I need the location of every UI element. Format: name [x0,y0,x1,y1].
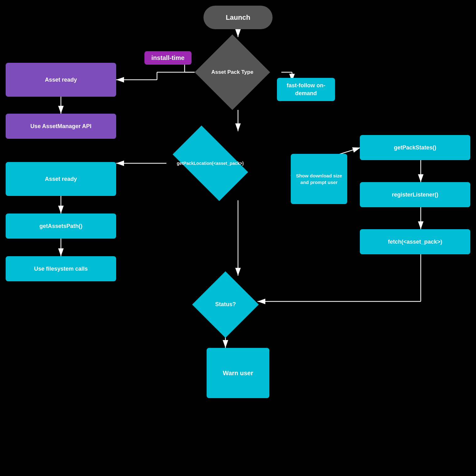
get-assets-path-node: getAssetsPath() [6,214,116,239]
status-diamond: Status? [194,273,257,336]
status-label: Status? [215,301,236,308]
show-download-label: Show download size and prompt user [294,172,344,186]
use-filesystem-node: Use filesystem calls [6,256,116,281]
fast-follow-text: fast-follow on-demand [287,82,325,96]
asset-pack-type-label: Asset Pack Type [211,69,253,76]
asset-ready-2-node: Asset ready [6,162,116,196]
flowchart: Launch install-time Asset Pack Type fast… [0,0,476,476]
install-time-text: install-time [151,54,185,61]
asset-ready-1-node: Asset ready [6,63,116,97]
get-pack-states-node: getPackStates() [360,135,470,160]
get-pack-states-label: getPackStates() [394,144,436,151]
launch-label: Launch [226,14,250,22]
warn-user-label: Warn user [223,370,253,377]
register-listener-label: registerListener() [392,192,438,198]
asset-ready-2-label: Asset ready [45,176,77,182]
install-time-label: install-time [144,51,192,65]
get-assets-path-label: getAssetsPath() [39,223,82,230]
fetch-node: fetch(<asset_pack>) [360,229,470,254]
use-filesystem-label: Use filesystem calls [34,266,88,272]
launch-node: Launch [203,6,273,29]
fetch-label: fetch(<asset_pack>) [388,239,442,245]
pack-location-diamond: getPackLocation(<asset_pack>) [166,129,254,198]
show-download-node: Show download size and prompt user [291,154,347,204]
asset-pack-type-diamond: Asset Pack Type [195,35,270,110]
register-listener-node: registerListener() [360,182,470,207]
use-assetmanager-label: Use AssetManager API [30,123,92,130]
use-assetmanager-node: Use AssetManager API [6,114,116,139]
pack-location-label: getPackLocation(<asset_pack>) [177,160,244,166]
warn-user-node: Warn user [207,348,269,398]
fast-follow-label: fast-follow on-demand [277,78,335,101]
asset-ready-1-label: Asset ready [45,77,77,83]
